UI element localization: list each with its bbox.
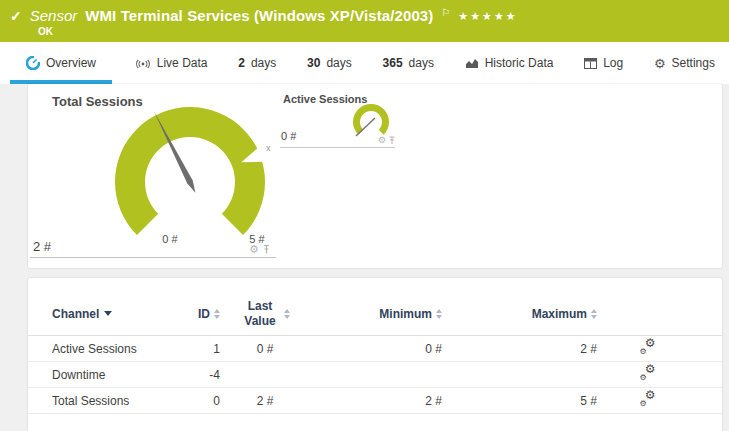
channel-table-panel: Channel ID Last Value Minimum Maximum Ac…: [28, 278, 722, 431]
sensor-header: ✓ Sensor WMI Terminal Services (Windows …: [0, 0, 729, 42]
column-header-id[interactable]: ID: [178, 307, 220, 321]
tab-365-days-number: 365: [383, 56, 403, 70]
broadcast-icon: [135, 57, 151, 69]
tab-365-days[interactable]: 365 days: [383, 42, 434, 84]
tab-2-days[interactable]: 2 days: [238, 42, 276, 84]
minimum-value: 2 #: [310, 394, 442, 408]
gauge-limit-marker: x: [266, 143, 271, 153]
tab-365-days-label: days: [409, 56, 434, 70]
minimum-value: 0 #: [310, 342, 442, 356]
tab-30-days[interactable]: 30 days: [307, 42, 352, 84]
gauge-settings-gear-icon[interactable]: ⚙: [378, 136, 386, 145]
tab-bar: Overview Live Data 2 days 30 days 365 da…: [0, 42, 729, 84]
tab-2-days-label: days: [251, 56, 276, 70]
tab-overview[interactable]: Overview: [18, 42, 104, 84]
last-value: 0 #: [220, 342, 310, 356]
table-row-active-sessions: Active Sessions 1 0 # 0 # 2 # ⚙ ⚙: [28, 336, 722, 362]
channel-id: 0: [178, 394, 220, 408]
gauge-pin-icon[interactable]: [262, 244, 271, 255]
last-value: 2 #: [220, 394, 310, 408]
tab-30-days-number: 30: [307, 56, 320, 70]
column-header-maximum[interactable]: Maximum: [442, 307, 597, 321]
channel-settings-gears-icon[interactable]: ⚙ ⚙: [640, 392, 656, 406]
column-header-minimum[interactable]: Minimum: [310, 307, 442, 321]
sensor-kind-label: Sensor: [30, 7, 78, 24]
log-table-icon: [584, 58, 597, 69]
sort-icon: [591, 309, 597, 319]
tab-historic-data[interactable]: Historic Data: [465, 42, 554, 84]
sensor-title: WMI Terminal Services (Windows XP/Vista/…: [85, 7, 433, 24]
gauge-icon: [26, 56, 40, 70]
channel-name: Active Sessions: [52, 342, 178, 356]
tab-log[interactable]: Log: [584, 42, 623, 84]
table-row-total-sessions: Total Sessions 0 2 # 2 # 5 # ⚙ ⚙: [28, 388, 722, 414]
divider: [30, 257, 276, 258]
column-header-channel[interactable]: Channel: [52, 307, 178, 321]
priority-stars[interactable]: ★★★★★: [458, 10, 517, 23]
tab-2-days-number: 2: [238, 56, 245, 70]
gauge-pin-icon[interactable]: [388, 136, 396, 145]
gauges-panel: Total Sessions x 0 # 5 # 2 # ⚙ Active Se…: [28, 84, 722, 268]
tab-30-days-label: days: [326, 56, 351, 70]
maximum-value: 2 #: [442, 342, 597, 356]
maximum-value: 5 #: [442, 394, 597, 408]
channel-id: -4: [178, 368, 220, 382]
table-row-downtime: Downtime -4 ⚙ ⚙: [28, 362, 722, 388]
channel-settings-gears-icon[interactable]: ⚙ ⚙: [640, 340, 656, 354]
tab-live-data[interactable]: Live Data: [135, 42, 208, 84]
tab-settings[interactable]: ⚙ Settings: [654, 42, 715, 84]
flag-icon[interactable]: ⚐: [441, 7, 450, 18]
channel-settings-gears-icon[interactable]: ⚙ ⚙: [640, 366, 656, 380]
tab-historic-data-label: Historic Data: [485, 56, 554, 70]
gauge-settings-gear-icon[interactable]: ⚙: [249, 244, 259, 255]
gear-icon: ⚙: [654, 57, 666, 70]
column-header-last-value[interactable]: Last Value: [220, 299, 310, 328]
divider: [280, 147, 395, 148]
tab-settings-label: Settings: [672, 56, 715, 70]
table-header-row: Channel ID Last Value Minimum Maximum: [28, 278, 722, 336]
historic-chart-icon: [465, 57, 479, 69]
total-sessions-current-value: 2 #: [33, 239, 51, 254]
channel-name: Total Sessions: [52, 394, 178, 408]
tab-live-data-label: Live Data: [157, 56, 208, 70]
channel-id: 1: [178, 342, 220, 356]
sensor-status-badge: OK: [38, 26, 53, 37]
active-sessions-current-value: 0 #: [281, 130, 296, 142]
gauge-scale-min: 0 #: [154, 233, 186, 245]
channel-name: Downtime: [52, 368, 178, 382]
tab-overview-label: Overview: [46, 56, 96, 70]
status-ok-check-icon: ✓: [10, 9, 22, 23]
tab-log-label: Log: [603, 56, 623, 70]
sort-desc-icon: [104, 311, 112, 316]
sort-icon: [284, 309, 290, 319]
